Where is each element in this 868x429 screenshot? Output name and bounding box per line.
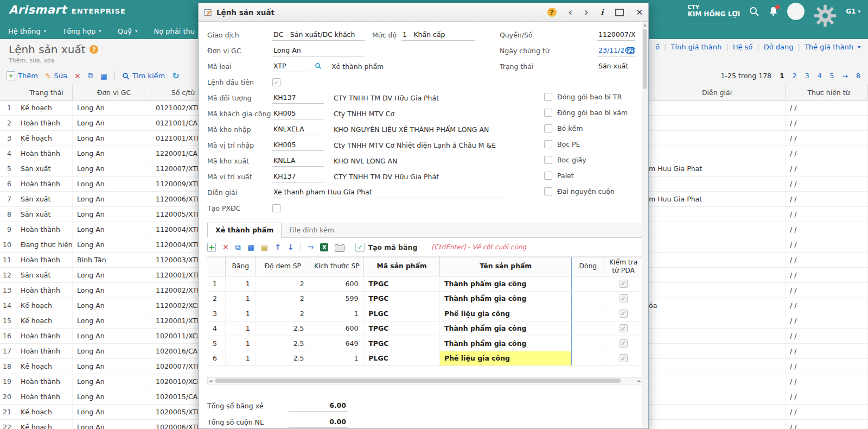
edit-button[interactable]: ✎ Sửa [45, 72, 67, 80]
field-input[interactable]: 23/11/2020 [597, 45, 635, 56]
settings-gear-icon[interactable] [813, 4, 837, 29]
create-band-code-button[interactable]: ✓ Tạo mã băng [355, 243, 417, 252]
grid-row[interactable]: 212599TPGCThành phẩm gia công [207, 292, 643, 307]
option-4[interactable]: Bọc giấy [544, 152, 628, 168]
page-number-current[interactable]: 1 [780, 72, 784, 80]
field-input[interactable]: KH005 [272, 108, 324, 119]
scroll-right-icon[interactable]: ► [638, 378, 641, 383]
option-3[interactable]: Bọc PE [544, 136, 628, 152]
checkbox[interactable] [620, 324, 628, 332]
checkbox[interactable] [544, 156, 552, 164]
user-group-dropdown[interactable]: G1 ▾ [846, 8, 860, 15]
lookup-icon[interactable] [315, 62, 322, 71]
field-input[interactable]: KNLXELA [272, 124, 324, 135]
page-next-arrow[interactable]: → [843, 72, 848, 80]
prev-record-icon[interactable]: ‹ [569, 7, 573, 17]
page-number-5[interactable]: 5 [830, 72, 834, 80]
grid-row[interactable]: 512.5649TPGCThành phẩm gia công [207, 336, 643, 351]
page-number-4[interactable]: 4 [818, 72, 822, 80]
add-button[interactable]: + Thêm [7, 71, 38, 80]
grid-move-down-icon[interactable]: ↓ [288, 243, 294, 251]
checkbox[interactable] [620, 354, 628, 362]
option-2[interactable]: Bó kẽm [544, 121, 628, 136]
search-button[interactable]: Tìm kiếm [122, 72, 165, 80]
checkbox[interactable] [544, 172, 552, 180]
grid-paste-icon[interactable]: ▤ [261, 243, 268, 251]
scroll-up-icon[interactable]: ▲ [642, 23, 648, 27]
field-input[interactable]: 1120007/XTP01 [597, 29, 635, 41]
dialog-titlebar[interactable]: Lệnh sản xuất ? ‹ › i ✕ [199, 3, 648, 22]
refresh-button[interactable]: ↻ [172, 71, 179, 81]
quick-link-1[interactable]: Tính giá thành [671, 43, 722, 51]
field-input[interactable]: KH005 [272, 140, 324, 151]
field-input[interactable]: DC - Sản xuất/DC khách [272, 29, 365, 41]
field-input[interactable]: KH137 [272, 92, 324, 104]
dialog-vertical-scrollbar[interactable]: ▲ [642, 22, 648, 428]
grid-move-up-icon[interactable]: ↑ [275, 243, 281, 251]
page-number-2[interactable]: 2 [793, 72, 797, 80]
menubar-item-0[interactable]: Hệ thống▾ [0, 23, 54, 39]
checkbox[interactable] [620, 294, 628, 302]
grid-horizontal-scrollbar[interactable]: ◄ ► [207, 377, 643, 384]
checkbox[interactable] [272, 204, 280, 212]
search-icon[interactable] [749, 6, 760, 17]
page-number-last[interactable]: 8 [856, 72, 860, 80]
grid-row[interactable]: 412.5600TPGCThành phẩm gia công [207, 321, 643, 337]
scrollbar-thumb[interactable] [215, 378, 621, 383]
field-input[interactable]: Long An [272, 45, 365, 56]
notifications-bell-icon[interactable] [768, 6, 778, 17]
option-5[interactable]: Palet [544, 168, 628, 184]
grid-row[interactable]: 3121PLGCPhế liệu gia công [207, 306, 643, 321]
checkbox[interactable] [272, 78, 280, 86]
columns-button[interactable]: ▦ [100, 72, 107, 80]
quick-link-0[interactable]: ố [655, 43, 660, 51]
page-help-icon[interactable]: ? [90, 45, 98, 54]
checkbox[interactable] [544, 93, 552, 101]
checkbox[interactable] [544, 187, 552, 195]
delete-button[interactable]: ✕ [74, 72, 81, 80]
dialog-help-icon[interactable]: ? [547, 8, 557, 17]
grid-copy-icon[interactable]: ⧉ [235, 243, 241, 252]
menubar-item-2[interactable]: Quỹ▾ [110, 23, 146, 39]
info-icon[interactable]: i [601, 8, 604, 17]
grid-add-row-icon[interactable]: + [207, 243, 216, 252]
quick-link-3[interactable]: Dở dang [764, 43, 794, 51]
tab-0[interactable]: Xẻ thành phẩm [207, 223, 282, 238]
grid-row[interactable]: 112600TPGCThành phẩm gia công [207, 276, 643, 292]
grid-select-icon[interactable]: ▦ [247, 243, 254, 251]
maximize-icon[interactable] [615, 9, 624, 16]
checkbox[interactable] [620, 310, 628, 318]
checkbox[interactable] [620, 280, 628, 288]
option-0[interactable]: Đóng gói bao bì TR [544, 89, 628, 105]
field-input[interactable]: Xe thanh pham Huu Gia Phat [272, 187, 506, 198]
calendar-icon[interactable] [627, 46, 634, 55]
tab-1[interactable]: File đính kèm [282, 223, 342, 237]
menubar-item-1[interactable]: Tổng hợp▾ [54, 23, 110, 39]
field-input[interactable]: KH137 [272, 171, 324, 182]
next-record-icon[interactable]: › [584, 7, 589, 17]
grid-delete-row-icon[interactable]: ✕ [222, 243, 229, 251]
links-chevron-down-icon[interactable]: ▾ [858, 44, 860, 50]
avatar[interactable] [787, 3, 805, 20]
print-icon[interactable] [335, 244, 344, 252]
checkbox[interactable] [544, 109, 552, 117]
option-6[interactable]: Đai nguyên cuộn [544, 184, 628, 199]
quick-link-4[interactable]: Thẻ giá thành [805, 43, 853, 51]
close-icon[interactable]: ✕ [636, 8, 643, 17]
page-number-3[interactable]: 3 [805, 72, 809, 80]
checkbox[interactable] [544, 124, 552, 133]
checkbox[interactable] [544, 140, 552, 148]
field-input[interactable]: KNLLA [272, 155, 324, 167]
copy-button[interactable]: ⧉ [88, 71, 93, 80]
field-input[interactable]: Sản xuất [597, 61, 635, 72]
app-logo[interactable]: Arismart ENTERPRISE [9, 3, 126, 16]
checkbox[interactable] [620, 339, 628, 348]
field-input[interactable]: XTP [272, 61, 310, 72]
grid-export-icon[interactable]: ⇒ [308, 243, 314, 251]
dialog-scrollbar-thumb[interactable] [643, 29, 647, 89]
quick-link-2[interactable]: Hệ số [733, 43, 753, 51]
field-input[interactable]: 1 - Khẩn cấp [401, 29, 475, 41]
scroll-left-icon[interactable]: ◄ [209, 378, 212, 383]
excel-export-icon[interactable]: X [320, 243, 328, 251]
option-1[interactable]: Đóng gói bao bì xám [544, 105, 628, 121]
